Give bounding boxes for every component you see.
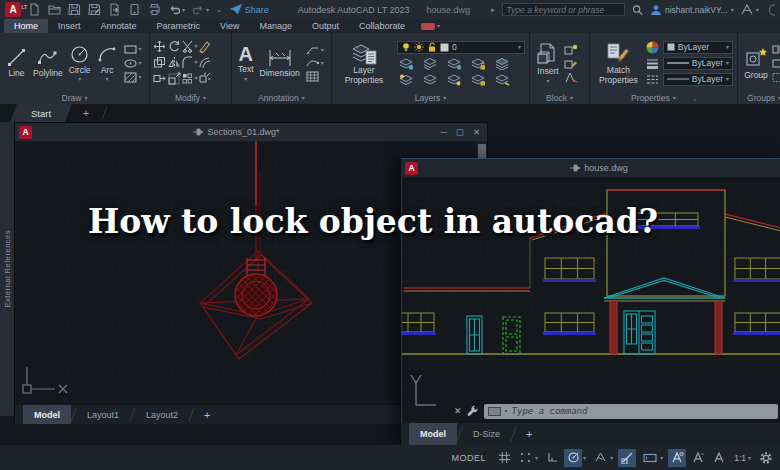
fillet-tool[interactable]: ▾ (182, 56, 198, 69)
help-icon[interactable] (766, 3, 775, 17)
multileader-tool[interactable]: ▾ (306, 58, 324, 68)
line-tool[interactable]: Line (6, 47, 27, 78)
pin-icon[interactable] (193, 128, 203, 136)
search-input[interactable] (502, 3, 625, 16)
customization-button[interactable] (757, 449, 775, 467)
layer-on-bulb-icon[interactable] (401, 42, 411, 52)
osnap-toggle[interactable] (618, 449, 636, 467)
linetype-icon[interactable] (646, 74, 659, 85)
dynamic-input-toggle[interactable]: ▾ (641, 449, 663, 467)
undo-icon[interactable] (168, 3, 181, 16)
layer-previous-icon[interactable] (423, 74, 438, 86)
group-edit-icon[interactable] (772, 58, 780, 69)
sections-new-layout-button[interactable]: + (194, 405, 220, 424)
sections-tab-layout2[interactable]: Layout2 (135, 405, 189, 424)
layer-off-icon[interactable] (447, 74, 462, 86)
new-file-icon[interactable] (28, 3, 41, 16)
user-account-button[interactable]: nishant.naikVY... ▾ (650, 4, 734, 16)
sections-tab-model[interactable]: Model (23, 405, 71, 424)
close-button[interactable]: ✕ (473, 127, 480, 137)
edit-block-icon[interactable] (564, 58, 578, 69)
command-close-icon[interactable]: ✕ (454, 406, 462, 416)
circle-tool[interactable]: Circle ▾ (69, 44, 91, 82)
sections-window-titlebar[interactable]: A Sections_01.dwg* ─ ▢ ✕ (15, 123, 487, 141)
sections-tab-layout1[interactable]: Layout1 (76, 405, 130, 424)
tab-output[interactable]: Output (302, 19, 349, 33)
maximize-button[interactable]: ▢ (456, 127, 464, 137)
tab-collaborate[interactable]: Collaborate (349, 19, 415, 33)
lineweight-dropdown[interactable]: ByLayer ▾ (663, 57, 733, 70)
ortho-toggle[interactable] (543, 449, 561, 467)
array-tool[interactable]: ▾ (182, 72, 198, 85)
sections-window-menu-badge[interactable]: A (19, 126, 32, 139)
annotation-scale-button[interactable] (710, 449, 728, 467)
create-block-icon[interactable] (564, 44, 578, 55)
redo-icon[interactable] (192, 3, 205, 16)
lineweight-icon[interactable] (646, 58, 659, 69)
tab-manage[interactable]: Manage (249, 19, 302, 33)
command-recent-icon[interactable] (488, 407, 501, 416)
ribbon-display-toggle[interactable]: ▾ (421, 23, 440, 30)
group-tool[interactable]: Group (744, 46, 768, 80)
isodraft-toggle[interactable]: ▾ (591, 449, 613, 467)
layer-color-swatch[interactable] (440, 43, 449, 52)
house-new-layout-button[interactable]: + (516, 423, 542, 445)
layer-unisolate-icon[interactable] (423, 58, 438, 70)
copy-icon[interactable] (153, 56, 166, 69)
rectangle-tool[interactable]: ▾ (124, 44, 142, 55)
house-window-titlebar[interactable]: A house.dwg (401, 159, 780, 177)
tab-insert[interactable]: Insert (48, 19, 91, 33)
polar-tracking-toggle[interactable]: ▾ (564, 449, 586, 467)
tab-parametric[interactable]: Parametric (147, 19, 211, 33)
new-drawing-tab-button[interactable]: + (72, 104, 100, 122)
layer-lock-icon[interactable] (471, 58, 486, 70)
match-properties-tool[interactable]: Match Properties (596, 41, 641, 85)
offset-icon[interactable] (198, 56, 211, 69)
explode-icon[interactable] (198, 72, 211, 85)
tab-annotate[interactable]: Annotate (91, 19, 147, 33)
hatch-tool[interactable]: ▾ (124, 72, 142, 83)
house-tab-model[interactable]: Model (409, 423, 457, 445)
app-logo-button[interactable]: A LT (5, 2, 21, 17)
mobile-doc-icon[interactable] (128, 3, 141, 16)
modify-panel-label[interactable]: Modify▾ (150, 91, 231, 104)
tab-view[interactable]: View (210, 19, 249, 33)
ungroup-icon[interactable] (772, 44, 780, 55)
erase-icon[interactable] (198, 40, 211, 53)
annotation-autoscale-toggle[interactable] (689, 449, 707, 467)
save-icon[interactable] (68, 3, 81, 16)
leader-tool[interactable]: ▾ (306, 45, 324, 55)
ellipse-tool[interactable]: ▾ (124, 58, 142, 69)
export-icon[interactable] (108, 3, 121, 16)
command-input-field[interactable]: ▾ (484, 404, 778, 419)
snap-toggle[interactable]: ▾ (516, 449, 538, 467)
tab-home[interactable]: Home (4, 19, 48, 33)
house-tab-dsize[interactable]: D-Size (462, 423, 511, 445)
command-customize-wrench-icon[interactable] (467, 405, 479, 417)
minimize-button[interactable]: ─ (441, 127, 447, 137)
tab-start[interactable]: Start (10, 104, 72, 122)
qat-customize-icon[interactable]: ⌄ (216, 6, 223, 14)
group-selection-icon[interactable] (772, 72, 780, 83)
properties-panel-label[interactable]: Properties▾⌟ (590, 91, 737, 104)
command-input[interactable] (512, 406, 774, 416)
rotate-icon[interactable] (168, 40, 181, 53)
save-as-icon[interactable] (88, 3, 101, 16)
properties-dialog-launcher-icon[interactable]: ⌟ (693, 94, 696, 102)
layer-properties-tool[interactable]: Layer Properties (338, 41, 390, 85)
annotation-panel-label[interactable]: Annotation▾ (232, 91, 331, 104)
move-icon[interactable] (153, 40, 166, 53)
search-category-arrow-icon[interactable]: ▸ (491, 6, 495, 14)
groups-panel-label[interactable]: Groups▾ (738, 91, 780, 104)
model-space-indicator[interactable]: MODEL (452, 453, 487, 463)
print-icon[interactable] (148, 3, 161, 16)
trim-tool[interactable]: ▾ (182, 40, 198, 53)
object-color-dropdown[interactable]: ByLayer ▾ (663, 41, 733, 54)
pin-icon[interactable] (570, 164, 580, 172)
table-tool[interactable] (306, 71, 324, 82)
layer-freeze-icon[interactable] (447, 58, 462, 70)
search-icon[interactable] (632, 4, 643, 16)
grid-toggle[interactable] (495, 449, 513, 467)
stretch-icon[interactable] (153, 72, 166, 85)
arc-tool[interactable]: Arc ▾ (97, 44, 118, 82)
